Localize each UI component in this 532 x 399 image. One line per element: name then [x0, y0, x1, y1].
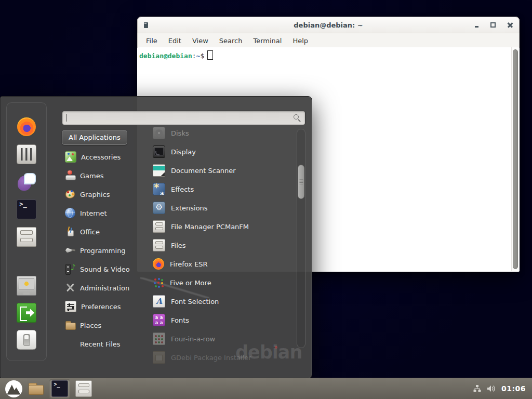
app-label: Five or More [170, 279, 211, 287]
app-five-or-more[interactable]: Five or More [149, 273, 295, 292]
maximize-button[interactable] [490, 22, 496, 28]
terminal-window-icon [144, 22, 148, 28]
control-center-icon [17, 144, 36, 164]
menu-scrollbar-thumb[interactable] [298, 165, 304, 199]
menubar-item-label: Edit [168, 37, 181, 45]
office-icon [65, 227, 75, 237]
menu-scrollbar[interactable] [297, 129, 305, 348]
minimize-button[interactable] [475, 26, 478, 28]
games-icon [65, 170, 75, 181]
category-office[interactable]: Office [62, 222, 149, 241]
firefox-icon [153, 258, 164, 270]
clock[interactable]: 01:06 [501, 384, 526, 393]
close-button[interactable] [508, 22, 513, 28]
category-label: Games [80, 172, 103, 180]
app-label: Document Scanner [171, 167, 236, 175]
prompt-dollar: $ [200, 52, 204, 60]
session-logout[interactable] [15, 301, 38, 324]
file-cabinet-icon [17, 227, 36, 247]
category-recent-files[interactable]: Recent Files [62, 335, 149, 353]
terminal-menubar: FileEditViewSearchTerminalHelp [137, 33, 520, 48]
menu-button[interactable] [4, 379, 23, 398]
five-or-more-icon [153, 277, 164, 288]
menubar-item-terminal[interactable]: Terminal [251, 36, 284, 46]
effects-icon [153, 183, 165, 195]
category-accessories[interactable]: Accessories [62, 148, 149, 166]
app-document-scanner[interactable]: Document Scanner [149, 161, 295, 180]
taskbar-window-list [25, 379, 94, 398]
favorite-pidgin[interactable] [15, 170, 38, 193]
app-label: Extensions [171, 204, 208, 212]
menubar-item-edit[interactable]: Edit [166, 36, 183, 46]
fonts-icon [153, 314, 165, 326]
programming-icon [65, 245, 75, 256]
category-games[interactable]: Games [62, 166, 149, 185]
file-cabinet-icon [153, 239, 165, 251]
app-label: Fonts [171, 316, 189, 324]
app-extensions[interactable]: Extensions [149, 198, 295, 217]
taskbar-window-terminal[interactable] [49, 379, 70, 398]
app-effects[interactable]: Effects [149, 180, 295, 198]
menubar-item-help[interactable]: Help [290, 36, 310, 46]
display-icon [153, 145, 165, 158]
app-label: Four-in-a-row [171, 335, 215, 343]
app-gdebi-package-installer[interactable]: GDebi Package Installer [149, 348, 295, 367]
category-internet[interactable]: Internet [62, 204, 149, 222]
search-icon [294, 114, 301, 122]
menubar-item-search[interactable]: Search [217, 36, 245, 46]
search-box[interactable] [62, 111, 305, 125]
category-administration[interactable]: Administration [62, 278, 149, 297]
app-file-manager-pcmanfm[interactable]: File Manager PCManFM [149, 217, 295, 236]
volume-icon[interactable] [487, 384, 496, 393]
session-lock-screen[interactable] [15, 274, 38, 297]
preferences-icon [65, 301, 76, 312]
terminal-titlebar[interactable]: debian@debian: ~ [137, 17, 520, 33]
app-files[interactable]: Files [149, 236, 295, 255]
terminal-title: debian@debian: ~ [138, 21, 519, 29]
category-preferences[interactable]: Preferences [62, 297, 149, 316]
app-font-selection[interactable]: Font Selection [149, 292, 295, 311]
app-firefox-esr[interactable]: Firefox ESR [149, 255, 295, 273]
app-disks[interactable]: Disks [149, 124, 295, 142]
favorite-terminal[interactable] [15, 198, 38, 221]
favorite-applications [7, 115, 46, 248]
category-programming[interactable]: Programming [62, 241, 149, 260]
app-label: Files [171, 242, 186, 249]
menubar-item-file[interactable]: File [144, 36, 159, 46]
app-fonts[interactable]: Fonts [149, 311, 295, 329]
category-label: Recent Files [80, 340, 121, 348]
app-display[interactable]: Display [149, 142, 295, 161]
terminal-cursor [207, 50, 213, 60]
file-cabinet-icon [75, 380, 92, 397]
network-icon[interactable] [473, 384, 482, 393]
category-places[interactable]: Places [62, 316, 149, 335]
app-four-in-a-row[interactable]: Four-in-a-row [149, 329, 295, 348]
terminal-scrollbar-thumb[interactable] [513, 49, 518, 269]
file-cabinet-icon [153, 220, 165, 233]
document-scanner-icon [153, 164, 165, 177]
favorites-rail [6, 102, 47, 361]
category-graphics[interactable]: Graphics [62, 185, 149, 204]
system-tray: 01:06 [473, 384, 528, 393]
terminal-scrollbar[interactable] [511, 47, 519, 271]
shutdown-icon [17, 330, 36, 350]
category-sound-and-video[interactable]: Sound & Video [62, 260, 149, 278]
category-label: Graphics [80, 191, 110, 198]
favorite-control-center[interactable] [15, 143, 38, 166]
session-shutdown[interactable] [15, 328, 38, 351]
search-input[interactable] [62, 111, 305, 125]
category-list: All Applications Accessories Games Graph… [62, 129, 149, 353]
logout-icon [17, 303, 36, 323]
prompt-colon: : [192, 52, 196, 60]
gdebi-icon [153, 351, 165, 364]
favorite-firefox[interactable] [15, 115, 38, 138]
category-all-applications[interactable]: All Applications [62, 130, 127, 145]
window-controls [475, 22, 513, 28]
folder-icon [28, 381, 44, 396]
favorite-file-cabinet[interactable] [15, 225, 38, 248]
app-label: Effects [171, 185, 194, 193]
taskbar-window-file-cabinet[interactable] [73, 379, 94, 398]
app-label: Display [171, 148, 196, 156]
taskbar-window-folder[interactable] [25, 379, 46, 398]
menubar-item-view[interactable]: View [190, 36, 210, 46]
